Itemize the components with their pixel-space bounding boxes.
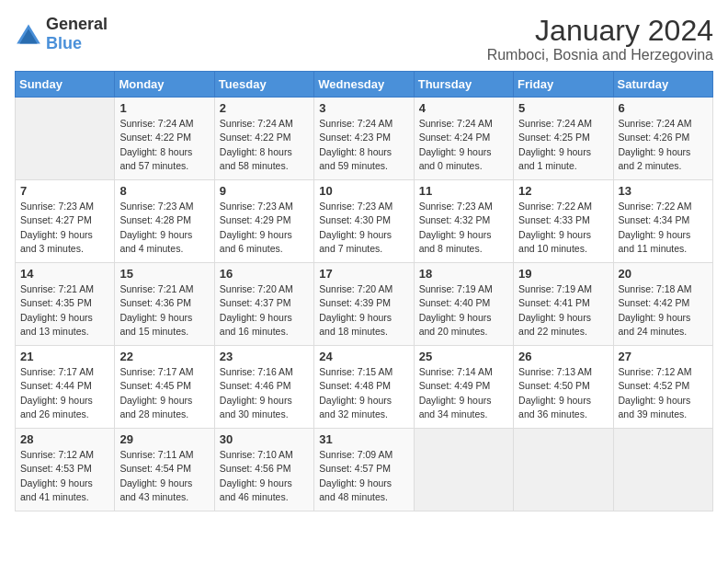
day-info: Sunrise: 7:17 AM Sunset: 4:44 PM Dayligh… [20, 365, 109, 421]
table-row: 27Sunrise: 7:12 AM Sunset: 4:52 PM Dayli… [613, 346, 712, 429]
day-info: Sunrise: 7:24 AM Sunset: 4:26 PM Dayligh… [619, 117, 708, 173]
day-number: 17 [319, 267, 408, 281]
day-info: Sunrise: 7:12 AM Sunset: 4:52 PM Dayligh… [619, 365, 708, 421]
header-tuesday: Tuesday [214, 72, 313, 98]
table-row: 2Sunrise: 7:24 AM Sunset: 4:22 PM Daylig… [214, 98, 313, 180]
day-number: 21 [20, 350, 109, 363]
day-number: 25 [419, 350, 508, 363]
table-row: 5Sunrise: 7:24 AM Sunset: 4:25 PM Daylig… [514, 98, 613, 180]
day-number: 19 [518, 267, 608, 281]
header-wednesday: Wednesday [314, 72, 414, 98]
day-number: 15 [119, 267, 209, 281]
table-row: 20Sunrise: 7:18 AM Sunset: 4:42 PM Dayli… [613, 263, 712, 346]
header-saturday: Saturday [613, 72, 712, 98]
table-row: 22Sunrise: 7:17 AM Sunset: 4:45 PM Dayli… [115, 346, 214, 429]
table-row: 12Sunrise: 7:22 AM Sunset: 4:33 PM Dayli… [514, 180, 613, 263]
day-number: 31 [319, 432, 408, 446]
day-number: 9 [220, 184, 309, 198]
table-row [514, 429, 613, 511]
day-number: 18 [419, 267, 508, 281]
day-info: Sunrise: 7:16 AM Sunset: 4:46 PM Dayligh… [220, 365, 309, 421]
logo-blue: Blue [46, 34, 82, 52]
table-row: 4Sunrise: 7:24 AM Sunset: 4:24 PM Daylig… [414, 98, 513, 180]
day-info: Sunrise: 7:23 AM Sunset: 4:28 PM Dayligh… [119, 200, 209, 256]
day-number: 2 [220, 101, 309, 115]
logo: General Blue [15, 15, 108, 53]
week-row-3: 14Sunrise: 7:21 AM Sunset: 4:35 PM Dayli… [16, 263, 713, 346]
day-info: Sunrise: 7:24 AM Sunset: 4:24 PM Dayligh… [419, 117, 508, 173]
table-row: 14Sunrise: 7:21 AM Sunset: 4:35 PM Dayli… [16, 263, 115, 346]
day-info: Sunrise: 7:19 AM Sunset: 4:40 PM Dayligh… [419, 282, 508, 339]
day-info: Sunrise: 7:21 AM Sunset: 4:36 PM Dayligh… [119, 282, 209, 339]
day-info: Sunrise: 7:20 AM Sunset: 4:37 PM Dayligh… [220, 282, 309, 339]
header-friday: Friday [514, 72, 613, 98]
table-row [613, 429, 712, 511]
day-info: Sunrise: 7:10 AM Sunset: 4:56 PM Dayligh… [220, 448, 309, 504]
table-row [414, 429, 513, 511]
logo-icon [15, 23, 42, 45]
day-number: 12 [518, 184, 608, 198]
header-thursday: Thursday [414, 72, 513, 98]
day-info: Sunrise: 7:15 AM Sunset: 4:48 PM Dayligh… [319, 365, 408, 421]
table-row: 6Sunrise: 7:24 AM Sunset: 4:26 PM Daylig… [613, 98, 712, 180]
table-row [16, 98, 115, 180]
day-info: Sunrise: 7:20 AM Sunset: 4:39 PM Dayligh… [319, 282, 408, 339]
day-number: 28 [20, 432, 109, 446]
day-info: Sunrise: 7:13 AM Sunset: 4:50 PM Dayligh… [518, 365, 608, 421]
location-title: Rumboci, Bosnia and Herzegovina [487, 47, 713, 63]
table-row: 30Sunrise: 7:10 AM Sunset: 4:56 PM Dayli… [214, 429, 313, 511]
week-row-2: 7Sunrise: 7:23 AM Sunset: 4:27 PM Daylig… [16, 180, 713, 263]
header-monday: Monday [115, 72, 214, 98]
day-number: 30 [220, 432, 309, 446]
table-row: 17Sunrise: 7:20 AM Sunset: 4:39 PM Dayli… [314, 263, 414, 346]
day-number: 22 [119, 350, 209, 363]
table-row: 9Sunrise: 7:23 AM Sunset: 4:29 PM Daylig… [214, 180, 313, 263]
table-row: 3Sunrise: 7:24 AM Sunset: 4:23 PM Daylig… [314, 98, 414, 180]
table-row: 15Sunrise: 7:21 AM Sunset: 4:36 PM Dayli… [115, 263, 214, 346]
day-info: Sunrise: 7:24 AM Sunset: 4:25 PM Dayligh… [518, 117, 608, 173]
day-info: Sunrise: 7:19 AM Sunset: 4:41 PM Dayligh… [518, 282, 608, 339]
week-row-5: 28Sunrise: 7:12 AM Sunset: 4:53 PM Dayli… [16, 429, 713, 511]
day-number: 10 [319, 184, 408, 198]
day-number: 8 [119, 184, 209, 198]
table-row: 25Sunrise: 7:14 AM Sunset: 4:49 PM Dayli… [414, 346, 513, 429]
day-info: Sunrise: 7:11 AM Sunset: 4:54 PM Dayligh… [119, 448, 209, 504]
table-row: 13Sunrise: 7:22 AM Sunset: 4:34 PM Dayli… [613, 180, 712, 263]
day-number: 16 [220, 267, 309, 281]
day-number: 20 [619, 267, 708, 281]
day-number: 5 [518, 101, 608, 115]
day-info: Sunrise: 7:24 AM Sunset: 4:22 PM Dayligh… [119, 117, 209, 173]
logo-general: General [46, 15, 108, 33]
day-info: Sunrise: 7:24 AM Sunset: 4:22 PM Dayligh… [220, 117, 309, 173]
page-header: General Blue January 2024 Rumboci, Bosni… [15, 15, 713, 63]
day-info: Sunrise: 7:12 AM Sunset: 4:53 PM Dayligh… [20, 448, 109, 504]
day-number: 3 [319, 101, 408, 115]
day-info: Sunrise: 7:23 AM Sunset: 4:27 PM Dayligh… [20, 200, 109, 256]
day-number: 6 [619, 101, 708, 115]
table-row: 26Sunrise: 7:13 AM Sunset: 4:50 PM Dayli… [514, 346, 613, 429]
day-number: 14 [20, 267, 109, 281]
week-row-4: 21Sunrise: 7:17 AM Sunset: 4:44 PM Dayli… [16, 346, 713, 429]
day-number: 7 [20, 184, 109, 198]
day-number: 29 [119, 432, 209, 446]
calendar-table: Sunday Monday Tuesday Wednesday Thursday… [15, 71, 713, 511]
table-row: 28Sunrise: 7:12 AM Sunset: 4:53 PM Dayli… [16, 429, 115, 511]
table-row: 1Sunrise: 7:24 AM Sunset: 4:22 PM Daylig… [115, 98, 214, 180]
table-row: 19Sunrise: 7:19 AM Sunset: 4:41 PM Dayli… [514, 263, 613, 346]
day-info: Sunrise: 7:23 AM Sunset: 4:30 PM Dayligh… [319, 200, 408, 256]
day-info: Sunrise: 7:23 AM Sunset: 4:32 PM Dayligh… [419, 200, 508, 256]
day-number: 26 [518, 350, 608, 363]
day-number: 11 [419, 184, 508, 198]
table-row: 23Sunrise: 7:16 AM Sunset: 4:46 PM Dayli… [214, 346, 313, 429]
day-info: Sunrise: 7:24 AM Sunset: 4:23 PM Dayligh… [319, 117, 408, 173]
table-row: 11Sunrise: 7:23 AM Sunset: 4:32 PM Dayli… [414, 180, 513, 263]
day-number: 1 [119, 101, 209, 115]
day-number: 24 [319, 350, 408, 363]
day-info: Sunrise: 7:17 AM Sunset: 4:45 PM Dayligh… [119, 365, 209, 421]
table-row: 8Sunrise: 7:23 AM Sunset: 4:28 PM Daylig… [115, 180, 214, 263]
month-title: January 2024 [487, 15, 713, 47]
day-info: Sunrise: 7:22 AM Sunset: 4:33 PM Dayligh… [518, 200, 608, 256]
day-info: Sunrise: 7:09 AM Sunset: 4:57 PM Dayligh… [319, 448, 408, 504]
day-number: 27 [619, 350, 708, 363]
table-row: 10Sunrise: 7:23 AM Sunset: 4:30 PM Dayli… [314, 180, 414, 263]
